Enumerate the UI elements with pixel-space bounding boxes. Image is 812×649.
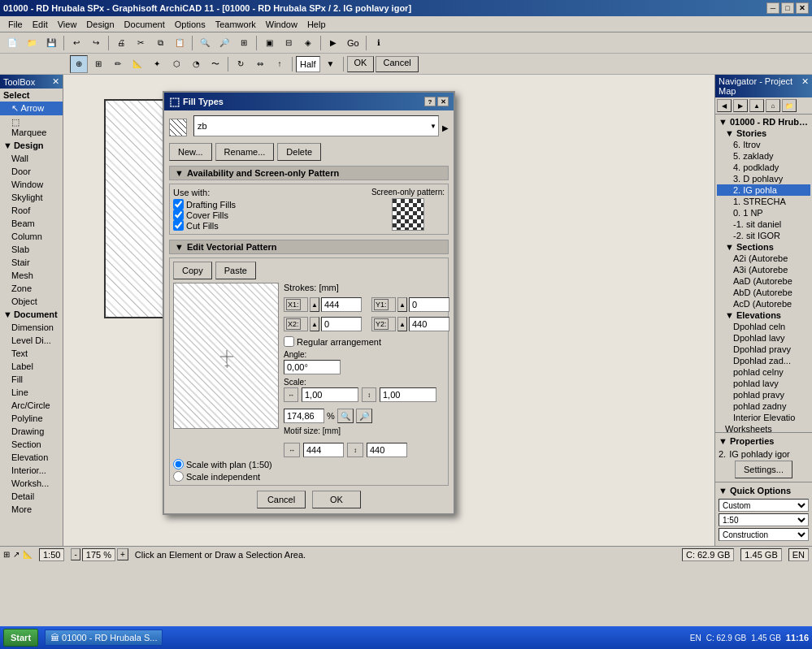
render-btn[interactable]: ◈ [299,34,317,52]
x1-input[interactable]: 444 [321,297,362,312]
minimize-btn[interactable]: ─ [766,2,779,14]
menu-options[interactable]: Options [170,18,211,31]
nav-item-4podklady[interactable]: 4. podklady [717,162,810,173]
nav-item-sections[interactable]: ▼ Sections [717,241,810,253]
paste-pattern-btn[interactable]: Paste [215,262,256,279]
draw-btn[interactable]: ✏ [109,55,127,73]
quick-construction-select[interactable]: Construction [719,528,809,541]
nav-item-dpohladz[interactable]: Dpohlad zad... [717,355,810,366]
y2-up-btn[interactable]: ▲ [397,317,407,331]
copy-btn-tb[interactable]: ⧉ [151,34,169,52]
toolbox-door[interactable]: Door [0,165,63,178]
menu-document[interactable]: Document [119,18,170,31]
toolbox-elevation[interactable]: Elevation [0,451,63,464]
3d-btn[interactable]: ▣ [260,34,278,52]
nav-close-icon[interactable]: ✕ [801,76,809,96]
zoom-out-pattern-btn[interactable]: 🔎 [356,409,372,423]
save-btn[interactable]: 💾 [42,34,60,52]
toolbox-slab[interactable]: Slab [0,243,63,256]
nav-open-btn[interactable]: 📁 [782,99,797,112]
toolbox-wall[interactable]: Wall [0,152,63,165]
toolbox-fill[interactable]: Fill [0,373,63,386]
toolbox-detail[interactable]: Detail [0,490,63,503]
nav-item-pohladcelny[interactable]: pohlad celny [717,366,810,378]
motif-h-input[interactable]: 440 [367,443,407,457]
toolbox-interior[interactable]: Interior... [0,464,63,477]
toolbox-line[interactable]: Line [0,386,63,399]
toolbox-skylight[interactable]: Skylight [0,191,63,204]
toolbox-select-section[interactable]: Select [0,89,63,102]
toolbox-column[interactable]: Column [0,230,63,243]
bezier-btn[interactable]: 〜 [206,55,224,73]
rotate-btn[interactable]: ↻ [232,55,250,73]
menu-design[interactable]: Design [81,18,119,31]
paste-btn-tb[interactable]: 📋 [171,34,189,52]
print-btn[interactable]: 🖨 [112,34,130,52]
quick-scale-select[interactable]: 1:50 [719,513,809,526]
mode-arrow[interactable]: ▼ [322,55,340,73]
dialog-ok-btn[interactable]: OK [312,491,361,508]
dialog-close-btn[interactable]: ✕ [437,97,449,106]
y1-up-btn[interactable]: ▲ [397,297,407,312]
x2-up-btn[interactable]: ▲ [310,317,319,331]
fill-list-expand-icon[interactable]: ▶ [442,123,449,132]
toolbox-polyline[interactable]: Polyline [0,412,63,425]
nav-item-interiorelev[interactable]: Interior Elevatio [717,412,810,423]
scale-y-input[interactable]: 1,00 [380,387,436,402]
rename-fill-btn[interactable]: Rename... [215,143,275,161]
nav-item-pohladpravy[interactable]: pohlad pravy [717,389,810,400]
dialog-cancel-btn[interactable]: Cancel [257,491,306,508]
toolbox-worksh[interactable]: Worksh... [0,477,63,490]
section-btn[interactable]: ⊟ [280,34,297,52]
y1-input[interactable]: 0 [409,297,449,312]
nav-item-m1daniel[interactable]: -1. sit daniel [717,218,810,230]
nav-item-pohladlavy[interactable]: pohlad lavy [717,378,810,389]
taskbar-archicad-item[interactable]: 🏛 01000 - RD Hrubala S... [45,630,163,646]
zoom-minus-btn[interactable]: - [71,548,80,560]
dialog-help-btn[interactable]: ? [424,97,436,106]
nav-item-dpohladceln[interactable]: Dpohlad celn [717,321,810,332]
zoom-out-btn[interactable]: 🔎 [215,34,233,52]
menu-help[interactable]: Help [302,18,331,31]
nav-item-2igpohla[interactable]: 2. IG pohla [717,184,810,196]
regular-arrangement-checkbox[interactable] [284,336,294,347]
nav-item-a2i[interactable]: A2i (Autorebe [717,253,810,264]
open-btn[interactable]: 📁 [23,34,41,52]
nav-item-stories[interactable]: ▼ Stories [717,128,810,139]
menu-window[interactable]: Window [261,18,302,31]
toolbox-roof[interactable]: Roof [0,204,63,217]
menu-edit[interactable]: Edit [28,18,53,31]
zoom-in-pattern-btn[interactable]: 🔍 [337,409,354,423]
elevate-btn[interactable]: ↑ [271,55,289,73]
top-cancel-btn[interactable]: Cancel [376,56,418,72]
maximize-btn[interactable]: □ [781,2,794,14]
redo-btn[interactable]: ↪ [87,34,105,52]
angle-input[interactable]: 0,00° [284,360,341,374]
quick-custom-select[interactable]: Custom [719,499,809,512]
fill-list[interactable]: zb ▼ [193,115,439,136]
nav-home-btn[interactable]: ⌂ [766,99,780,112]
nav-item-pohladz[interactable]: pohlad zadny [717,400,810,412]
toolbox-section[interactable]: Section [0,438,63,451]
nav-back-btn[interactable]: ◀ [717,99,732,112]
motif-w-input[interactable]: 444 [303,443,344,457]
nav-item-elevations[interactable]: ▼ Elevations [717,309,810,321]
zoom-in-btn[interactable]: 🔍 [196,34,214,52]
nav-item-6itrov[interactable]: 6. Itrov [717,139,810,150]
toolbox-level[interactable]: Level Di... [0,334,63,347]
nav-item-3dpohlavy[interactable]: 3. D pohlavy [717,173,810,184]
scale-with-plan-radio[interactable] [173,459,184,469]
menu-teamwork[interactable]: Teamwork [211,18,261,31]
info-btn[interactable]: ℹ [370,34,388,52]
toolbox-label[interactable]: Label [0,360,63,373]
nav-item-1strecha[interactable]: 1. STRECHA [717,196,810,207]
cut-fills-checkbox[interactable] [173,220,184,231]
toolbox-beam[interactable]: Beam [0,217,63,230]
toolbox-close-icon[interactable]: ✕ [52,76,59,87]
nav-item-dpohladpravy[interactable]: Dpohlad pravy [717,344,810,355]
snap-btn[interactable]: ⊞ [89,55,107,73]
settings-btn[interactable]: Settings... [735,461,792,478]
start-button[interactable]: Start [3,629,38,647]
y2-input[interactable]: 440 [409,317,449,331]
poly-btn[interactable]: ⬡ [167,55,185,73]
